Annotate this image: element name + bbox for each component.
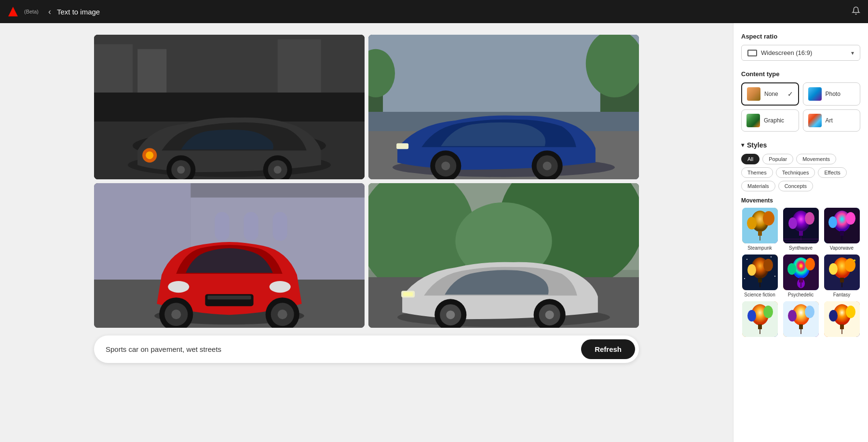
- svg-point-92: [771, 256, 772, 257]
- bell-icon[interactable]: [852, 6, 860, 17]
- check-icon: ✓: [787, 90, 793, 98]
- svg-rect-4: [137, 49, 166, 93]
- image-cell-2[interactable]: [368, 35, 639, 179]
- science-fiction-label: Science fiction: [744, 292, 775, 297]
- content-type-photo[interactable]: Photo: [803, 82, 861, 106]
- main-layout: Refresh Aspect ratio Widescreen (16:9) ▾…: [0, 23, 868, 442]
- filter-effects[interactable]: Effects: [818, 167, 846, 178]
- svg-point-91: [746, 259, 747, 260]
- svg-point-98: [787, 263, 796, 275]
- style-filter-row: All Popular Movements Themes Techniques …: [741, 154, 860, 191]
- image-cell-4[interactable]: [368, 183, 639, 328]
- psychedelic-label: Psychedelic: [788, 292, 814, 297]
- style-science-fiction[interactable]: Science fiction: [741, 254, 778, 297]
- style-grid: Steampunk: [741, 208, 860, 339]
- style-9[interactable]: [823, 301, 860, 339]
- image-cell-3[interactable]: [94, 183, 365, 328]
- right-panel: Aspect ratio Widescreen (16:9) ▾ Content…: [733, 23, 868, 442]
- svg-point-94: [774, 276, 775, 277]
- vaporwave-label: Vaporwave: [830, 245, 854, 251]
- content-type-section: Content type None ✓ Photo Graphic: [741, 70, 860, 132]
- svg-point-70: [747, 217, 757, 229]
- svg-point-87: [763, 259, 773, 271]
- filter-movements[interactable]: Movements: [796, 154, 836, 164]
- science-fiction-thumb: [742, 254, 778, 290]
- filter-concepts[interactable]: Concepts: [778, 181, 813, 191]
- style-vaporwave[interactable]: Vaporwave: [823, 208, 860, 251]
- movements-label: Movements: [741, 197, 860, 204]
- style-psychedelic[interactable]: Psychedelic: [782, 254, 819, 297]
- style-8[interactable]: [782, 301, 819, 339]
- steampunk-label: Steampunk: [747, 245, 772, 251]
- svg-rect-5: [278, 40, 321, 93]
- svg-point-105: [829, 263, 838, 275]
- steampunk-thumb: [742, 208, 778, 243]
- filter-materials[interactable]: Materials: [741, 181, 775, 191]
- content-type-none[interactable]: None ✓: [741, 82, 799, 106]
- content-type-art[interactable]: Art: [803, 109, 861, 132]
- synthwave-label: Synthwave: [789, 245, 813, 251]
- adobe-logo: [8, 6, 18, 17]
- svg-point-123: [846, 306, 855, 318]
- svg-point-111: [763, 306, 773, 318]
- aspect-ratio-section: Aspect ratio Widescreen (16:9) ▾: [741, 33, 860, 61]
- svg-point-69: [763, 211, 774, 226]
- svg-rect-119: [799, 324, 803, 329]
- prompt-input[interactable]: [106, 345, 581, 353]
- style-8-thumb: [783, 301, 819, 337]
- none-icon: [747, 87, 760, 101]
- svg-point-93: [744, 278, 745, 279]
- svg-point-28: [441, 161, 450, 170]
- content-type-graphic[interactable]: Graphic: [741, 109, 799, 132]
- style-steampunk[interactable]: Steampunk: [741, 208, 778, 251]
- svg-point-31: [543, 161, 552, 170]
- synthwave-thumb: [783, 208, 819, 243]
- svg-rect-37: [273, 212, 287, 241]
- svg-point-46: [171, 309, 181, 319]
- styles-section: ▾ Styles All Popular Movements Themes Te…: [741, 141, 860, 339]
- svg-rect-43: [207, 295, 251, 299]
- fantasy-label: Fantasy: [833, 292, 851, 297]
- svg-rect-89: [758, 278, 762, 282]
- top-navigation: (Beta) ‹ Text to image: [0, 0, 868, 23]
- content-type-grid: None ✓ Photo Graphic Art: [741, 82, 860, 132]
- filter-popular[interactable]: Popular: [762, 154, 793, 164]
- filter-themes[interactable]: Themes: [741, 167, 773, 178]
- refresh-button[interactable]: Refresh: [581, 339, 635, 359]
- filter-techniques[interactable]: Techniques: [776, 167, 815, 178]
- svg-rect-125: [840, 324, 844, 329]
- svg-rect-67: [758, 231, 762, 236]
- svg-point-10: [146, 151, 153, 159]
- svg-point-40: [168, 281, 189, 293]
- back-button[interactable]: ‹: [48, 7, 51, 17]
- prompt-bar: Refresh: [94, 335, 639, 363]
- svg-point-97: [805, 258, 815, 270]
- image-cell-1[interactable]: [94, 35, 365, 179]
- svg-point-112: [747, 310, 756, 321]
- svg-rect-35: [215, 212, 229, 241]
- aspect-ratio-dropdown[interactable]: Widescreen (16:9) ▾: [741, 45, 860, 61]
- aspect-ratio-icon: [747, 50, 757, 56]
- style-7-thumb: [742, 301, 778, 337]
- psychedelic-thumb: [783, 254, 819, 290]
- svg-point-124: [829, 310, 838, 321]
- styles-header[interactable]: ▾ Styles: [741, 141, 860, 149]
- fantasy-thumb: [824, 254, 860, 290]
- filter-all[interactable]: All: [741, 154, 760, 164]
- styles-label: Styles: [747, 141, 767, 149]
- style-7[interactable]: [741, 301, 778, 339]
- content-area: Refresh: [0, 23, 733, 442]
- style-fantasy[interactable]: Fantasy: [823, 254, 860, 297]
- svg-point-13: [177, 166, 185, 174]
- art-icon: [808, 114, 822, 127]
- svg-point-81: [846, 212, 855, 225]
- svg-point-16: [274, 166, 282, 174]
- photo-icon: [808, 87, 822, 101]
- svg-rect-58: [403, 292, 413, 296]
- svg-point-118: [788, 310, 797, 321]
- svg-point-49: [278, 309, 287, 319]
- content-type-graphic-label: Graphic: [764, 117, 784, 124]
- style-synthwave[interactable]: Synthwave: [782, 208, 819, 251]
- aspect-ratio-value: Widescreen (16:9): [761, 49, 812, 56]
- svg-point-88: [747, 264, 756, 276]
